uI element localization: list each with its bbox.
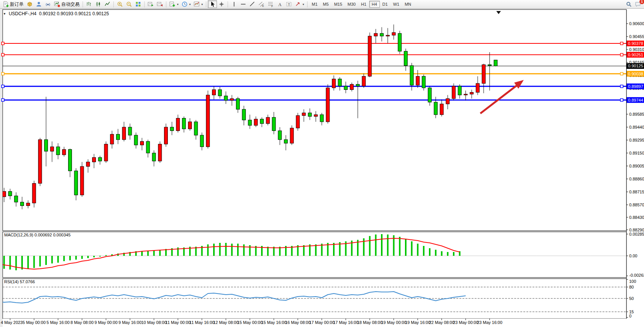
indicators-button[interactable]: ▾ — [192, 0, 204, 8]
notifications-button[interactable]: 1 — [633, 0, 643, 8]
text-label-icon: T — [286, 1, 292, 7]
data-window-icon — [36, 1, 42, 7]
chart-shift-icon — [157, 1, 163, 7]
fibonacci-button[interactable]: F — [266, 0, 275, 8]
zoom-in-button[interactable] — [115, 0, 124, 8]
zoom-out-button[interactable] — [124, 0, 134, 8]
svg-text:10 May 08:00: 10 May 08:00 — [141, 320, 167, 325]
autotrading-button[interactable]: 自动交易 — [53, 0, 81, 8]
svg-text:0.90251: 0.90251 — [628, 53, 643, 57]
timeframe-h4[interactable]: H4 — [369, 1, 380, 8]
timeframe-m30[interactable]: M30 — [345, 1, 358, 8]
navigator-button[interactable] — [43, 0, 53, 8]
trendline-button[interactable] — [248, 0, 257, 8]
svg-text:0.88860: 0.88860 — [629, 177, 644, 181]
vertical-line-button[interactable] — [230, 0, 239, 8]
dropdown-caret-icon: ▾ — [189, 3, 191, 6]
chart-symbol-period: USDCHF-,H4 — [9, 11, 37, 16]
profiles-button[interactable]: ▾ — [180, 0, 192, 8]
text-label-button[interactable]: T — [284, 0, 293, 8]
timeframe-mn[interactable]: MN — [402, 1, 414, 8]
timeframe-m5[interactable]: M5 — [320, 1, 331, 8]
svg-text:0.89150: 0.89150 — [629, 151, 644, 155]
tile-windows-button[interactable] — [134, 0, 143, 8]
svg-text:0.89585: 0.89585 — [629, 112, 644, 116]
svg-text:15 May 00:00: 15 May 00:00 — [237, 320, 263, 325]
market-watch-button[interactable] — [25, 0, 34, 8]
svg-text:0.90310: 0.90310 — [629, 47, 644, 52]
new-order-label: 新订单 — [10, 1, 24, 8]
svg-text:0.90125: 0.90125 — [628, 64, 643, 68]
svg-text:23 May 16:00: 23 May 16:00 — [477, 320, 502, 325]
chart-ohlc: 0.90192 0.90193 0.90121 0.90125 — [39, 11, 109, 16]
svg-text:8 May 08:00: 8 May 08:00 — [70, 320, 94, 325]
new-order-icon — [3, 1, 9, 7]
arrows-shapes-icon — [295, 1, 301, 7]
svg-text:0.90600: 0.90600 — [629, 21, 644, 26]
equidistant-channel-button[interactable]: E — [257, 0, 266, 8]
svg-text:17 May 16:00: 17 May 16:00 — [333, 320, 359, 325]
svg-text:0.89295: 0.89295 — [629, 138, 644, 142]
line-chart-button[interactable] — [103, 0, 112, 8]
svg-text:18 May 08:00: 18 May 08:00 — [357, 320, 383, 325]
svg-text:9 May 16:00: 9 May 16:00 — [118, 320, 142, 325]
market-watch-icon — [27, 1, 33, 7]
toolbar-separator — [166, 2, 166, 7]
timeframe-m1[interactable]: M1 — [309, 1, 320, 8]
svg-text:9 May 00:00: 9 May 00:00 — [94, 320, 118, 325]
trendline-icon — [249, 1, 255, 7]
svg-text:0: 0 — [629, 314, 631, 318]
auto-scroll-button[interactable] — [146, 0, 155, 8]
svg-text:0.002855: 0.002855 — [629, 232, 644, 236]
candlestick-button[interactable] — [94, 0, 103, 8]
svg-text:4 May 2023: 4 May 2023 — [1, 320, 22, 325]
auto-scroll-icon — [148, 1, 154, 7]
timeframe-h1[interactable]: H1 — [358, 1, 369, 8]
timeframe-w1[interactable]: W1 — [391, 1, 402, 8]
toolbar: 新订单 自动交易 ▾ ▾ — [0, 0, 644, 9]
svg-text:100: 100 — [629, 279, 636, 284]
tile-windows-icon — [135, 1, 141, 7]
horizontal-line-icon — [240, 1, 246, 7]
svg-text:12 May 08:00: 12 May 08:00 — [213, 320, 239, 325]
crosshair-button[interactable] — [217, 0, 226, 8]
svg-text:80: 80 — [629, 285, 634, 289]
chart-shift-button[interactable] — [155, 0, 164, 8]
text-icon: A — [277, 1, 283, 7]
cursor-button[interactable] — [208, 0, 217, 8]
horizontal-line-button[interactable] — [239, 0, 248, 8]
timeframe-d1[interactable]: D1 — [380, 1, 391, 8]
svg-text:22 May 08:00: 22 May 08:00 — [429, 320, 454, 325]
zoom-in-icon — [117, 1, 123, 7]
svg-text:E: E — [262, 5, 264, 7]
svg-text:0.00: 0.00 — [629, 254, 637, 258]
svg-text:0.88290: 0.88290 — [629, 228, 644, 232]
chart-menu-triangle-icon[interactable]: ▼ — [3, 12, 6, 16]
search-button[interactable] — [624, 0, 633, 8]
data-window-button[interactable] — [34, 0, 43, 8]
svg-text:50: 50 — [629, 296, 634, 301]
bar-chart-button[interactable] — [84, 0, 94, 8]
text-button[interactable]: A — [275, 0, 284, 8]
svg-text:17 May 00:00: 17 May 00:00 — [309, 320, 335, 325]
svg-text:19 May 00:00: 19 May 00:00 — [381, 320, 406, 325]
indicators-icon — [194, 1, 200, 7]
notification-badge: 1 — [639, 0, 644, 4]
arrows-shapes-button[interactable]: ▾ — [293, 0, 306, 8]
new-chart-button[interactable]: ▾ — [168, 0, 180, 8]
navigator-icon — [45, 1, 51, 7]
svg-text:19 May 16:00: 19 May 16:00 — [405, 320, 430, 325]
timeframe-m15[interactable]: M15 — [332, 1, 345, 8]
svg-text:23 May 00:00: 23 May 00:00 — [453, 320, 478, 325]
svg-text:0.88570: 0.88570 — [629, 203, 644, 207]
svg-text:11 May 00:00: 11 May 00:00 — [166, 320, 191, 325]
chart-canvas[interactable]: 0.906000.904550.903100.901650.900200.898… — [0, 9, 644, 327]
toolbar-separator — [113, 2, 114, 7]
clock-icon — [182, 1, 188, 7]
svg-text:-0.002634: -0.002634 — [629, 273, 644, 278]
svg-text:5 May 16:00: 5 May 16:00 — [46, 320, 70, 325]
autotrading-icon — [54, 1, 60, 7]
svg-text:0.88430: 0.88430 — [629, 215, 644, 220]
new-order-button[interactable]: 新订单 — [1, 0, 25, 8]
macd-indicator-label: MACD(12,26,9) 0.000692 0.000345 — [4, 233, 70, 237]
